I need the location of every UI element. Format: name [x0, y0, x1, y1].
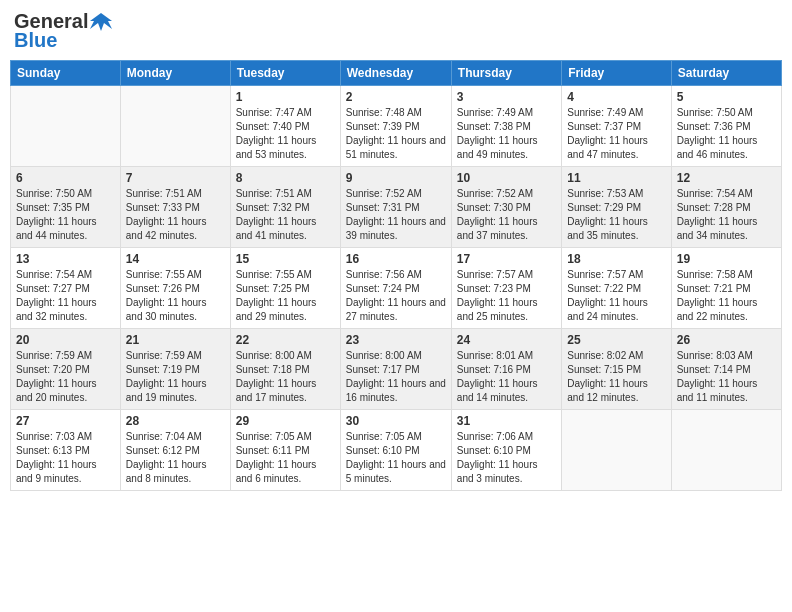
calendar-cell: 29Sunrise: 7:05 AMSunset: 6:11 PMDayligh… [230, 410, 340, 491]
calendar-cell: 13Sunrise: 7:54 AMSunset: 7:27 PMDayligh… [11, 248, 121, 329]
calendar-table: SundayMondayTuesdayWednesdayThursdayFrid… [10, 60, 782, 491]
day-info: Sunrise: 7:58 AMSunset: 7:21 PMDaylight:… [677, 268, 776, 324]
day-number: 31 [457, 414, 556, 428]
day-number: 5 [677, 90, 776, 104]
calendar-cell: 1Sunrise: 7:47 AMSunset: 7:40 PMDaylight… [230, 86, 340, 167]
logo-blue-text: Blue [14, 29, 57, 52]
calendar-week-row: 6Sunrise: 7:50 AMSunset: 7:35 PMDaylight… [11, 167, 782, 248]
day-number: 29 [236, 414, 335, 428]
day-number: 2 [346, 90, 446, 104]
page-header: General Blue [10, 10, 782, 52]
day-number: 19 [677, 252, 776, 266]
day-info: Sunrise: 7:05 AMSunset: 6:11 PMDaylight:… [236, 430, 335, 486]
calendar-cell: 23Sunrise: 8:00 AMSunset: 7:17 PMDayligh… [340, 329, 451, 410]
calendar-cell [11, 86, 121, 167]
day-info: Sunrise: 7:51 AMSunset: 7:33 PMDaylight:… [126, 187, 225, 243]
calendar-cell: 2Sunrise: 7:48 AMSunset: 7:39 PMDaylight… [340, 86, 451, 167]
day-info: Sunrise: 7:55 AMSunset: 7:25 PMDaylight:… [236, 268, 335, 324]
calendar-cell: 20Sunrise: 7:59 AMSunset: 7:20 PMDayligh… [11, 329, 121, 410]
day-info: Sunrise: 7:53 AMSunset: 7:29 PMDaylight:… [567, 187, 665, 243]
calendar-cell: 22Sunrise: 8:00 AMSunset: 7:18 PMDayligh… [230, 329, 340, 410]
calendar-cell: 16Sunrise: 7:56 AMSunset: 7:24 PMDayligh… [340, 248, 451, 329]
day-number: 11 [567, 171, 665, 185]
day-number: 10 [457, 171, 556, 185]
day-number: 14 [126, 252, 225, 266]
weekday-header-thursday: Thursday [451, 61, 561, 86]
day-info: Sunrise: 7:57 AMSunset: 7:23 PMDaylight:… [457, 268, 556, 324]
calendar-cell: 28Sunrise: 7:04 AMSunset: 6:12 PMDayligh… [120, 410, 230, 491]
calendar-cell [671, 410, 781, 491]
day-info: Sunrise: 7:54 AMSunset: 7:28 PMDaylight:… [677, 187, 776, 243]
day-info: Sunrise: 7:51 AMSunset: 7:32 PMDaylight:… [236, 187, 335, 243]
weekday-header-saturday: Saturday [671, 61, 781, 86]
calendar-header-row: SundayMondayTuesdayWednesdayThursdayFrid… [11, 61, 782, 86]
calendar-week-row: 20Sunrise: 7:59 AMSunset: 7:20 PMDayligh… [11, 329, 782, 410]
day-info: Sunrise: 7:59 AMSunset: 7:20 PMDaylight:… [16, 349, 115, 405]
calendar-week-row: 13Sunrise: 7:54 AMSunset: 7:27 PMDayligh… [11, 248, 782, 329]
calendar-cell: 27Sunrise: 7:03 AMSunset: 6:13 PMDayligh… [11, 410, 121, 491]
calendar-week-row: 27Sunrise: 7:03 AMSunset: 6:13 PMDayligh… [11, 410, 782, 491]
calendar-cell: 9Sunrise: 7:52 AMSunset: 7:31 PMDaylight… [340, 167, 451, 248]
weekday-header-monday: Monday [120, 61, 230, 86]
day-info: Sunrise: 7:52 AMSunset: 7:31 PMDaylight:… [346, 187, 446, 243]
day-number: 4 [567, 90, 665, 104]
day-info: Sunrise: 7:06 AMSunset: 6:10 PMDaylight:… [457, 430, 556, 486]
day-number: 28 [126, 414, 225, 428]
calendar-cell: 26Sunrise: 8:03 AMSunset: 7:14 PMDayligh… [671, 329, 781, 410]
calendar-cell: 8Sunrise: 7:51 AMSunset: 7:32 PMDaylight… [230, 167, 340, 248]
calendar-cell: 12Sunrise: 7:54 AMSunset: 7:28 PMDayligh… [671, 167, 781, 248]
day-info: Sunrise: 7:03 AMSunset: 6:13 PMDaylight:… [16, 430, 115, 486]
day-info: Sunrise: 7:05 AMSunset: 6:10 PMDaylight:… [346, 430, 446, 486]
day-number: 27 [16, 414, 115, 428]
day-info: Sunrise: 7:57 AMSunset: 7:22 PMDaylight:… [567, 268, 665, 324]
calendar-cell: 31Sunrise: 7:06 AMSunset: 6:10 PMDayligh… [451, 410, 561, 491]
calendar-cell: 15Sunrise: 7:55 AMSunset: 7:25 PMDayligh… [230, 248, 340, 329]
calendar-cell: 25Sunrise: 8:02 AMSunset: 7:15 PMDayligh… [562, 329, 671, 410]
day-number: 1 [236, 90, 335, 104]
calendar-cell: 5Sunrise: 7:50 AMSunset: 7:36 PMDaylight… [671, 86, 781, 167]
day-number: 8 [236, 171, 335, 185]
calendar-cell: 24Sunrise: 8:01 AMSunset: 7:16 PMDayligh… [451, 329, 561, 410]
calendar-cell: 7Sunrise: 7:51 AMSunset: 7:33 PMDaylight… [120, 167, 230, 248]
day-info: Sunrise: 7:54 AMSunset: 7:27 PMDaylight:… [16, 268, 115, 324]
weekday-header-friday: Friday [562, 61, 671, 86]
day-number: 22 [236, 333, 335, 347]
calendar-cell: 11Sunrise: 7:53 AMSunset: 7:29 PMDayligh… [562, 167, 671, 248]
day-number: 18 [567, 252, 665, 266]
calendar-cell [562, 410, 671, 491]
calendar-cell: 21Sunrise: 7:59 AMSunset: 7:19 PMDayligh… [120, 329, 230, 410]
day-info: Sunrise: 7:50 AMSunset: 7:35 PMDaylight:… [16, 187, 115, 243]
day-number: 23 [346, 333, 446, 347]
day-info: Sunrise: 7:04 AMSunset: 6:12 PMDaylight:… [126, 430, 225, 486]
day-info: Sunrise: 8:03 AMSunset: 7:14 PMDaylight:… [677, 349, 776, 405]
day-info: Sunrise: 7:55 AMSunset: 7:26 PMDaylight:… [126, 268, 225, 324]
calendar-cell: 17Sunrise: 7:57 AMSunset: 7:23 PMDayligh… [451, 248, 561, 329]
logo: General Blue [14, 10, 112, 52]
day-number: 15 [236, 252, 335, 266]
day-number: 24 [457, 333, 556, 347]
day-number: 25 [567, 333, 665, 347]
calendar-cell: 4Sunrise: 7:49 AMSunset: 7:37 PMDaylight… [562, 86, 671, 167]
day-info: Sunrise: 8:00 AMSunset: 7:18 PMDaylight:… [236, 349, 335, 405]
day-number: 17 [457, 252, 556, 266]
day-info: Sunrise: 7:59 AMSunset: 7:19 PMDaylight:… [126, 349, 225, 405]
calendar-cell: 19Sunrise: 7:58 AMSunset: 7:21 PMDayligh… [671, 248, 781, 329]
calendar-cell: 10Sunrise: 7:52 AMSunset: 7:30 PMDayligh… [451, 167, 561, 248]
day-info: Sunrise: 7:52 AMSunset: 7:30 PMDaylight:… [457, 187, 556, 243]
day-info: Sunrise: 7:48 AMSunset: 7:39 PMDaylight:… [346, 106, 446, 162]
calendar-cell [120, 86, 230, 167]
day-info: Sunrise: 7:49 AMSunset: 7:37 PMDaylight:… [567, 106, 665, 162]
day-number: 12 [677, 171, 776, 185]
day-number: 21 [126, 333, 225, 347]
day-info: Sunrise: 7:47 AMSunset: 7:40 PMDaylight:… [236, 106, 335, 162]
day-number: 20 [16, 333, 115, 347]
weekday-header-wednesday: Wednesday [340, 61, 451, 86]
logo-bird-icon [90, 11, 112, 33]
calendar-cell: 30Sunrise: 7:05 AMSunset: 6:10 PMDayligh… [340, 410, 451, 491]
day-info: Sunrise: 8:01 AMSunset: 7:16 PMDaylight:… [457, 349, 556, 405]
day-info: Sunrise: 8:00 AMSunset: 7:17 PMDaylight:… [346, 349, 446, 405]
day-number: 30 [346, 414, 446, 428]
day-info: Sunrise: 7:50 AMSunset: 7:36 PMDaylight:… [677, 106, 776, 162]
day-number: 26 [677, 333, 776, 347]
calendar-cell: 18Sunrise: 7:57 AMSunset: 7:22 PMDayligh… [562, 248, 671, 329]
